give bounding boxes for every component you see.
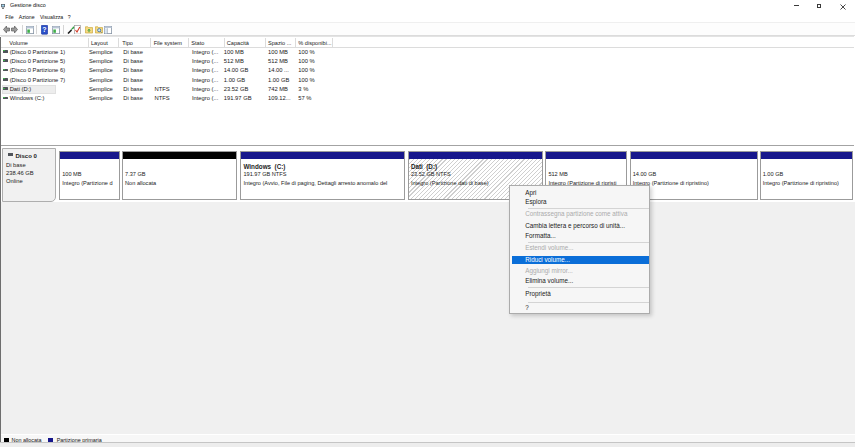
svg-text:?: ? [42,26,46,33]
